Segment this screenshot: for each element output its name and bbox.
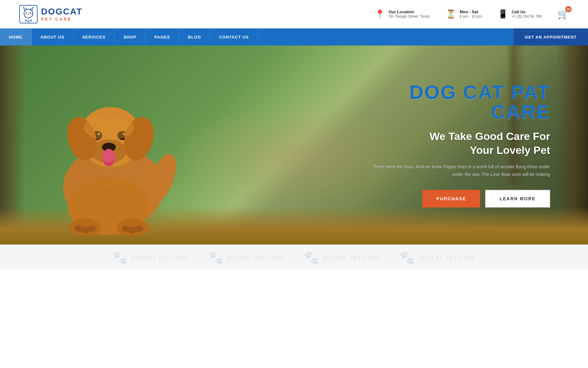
- strip-text-3: DOGCAT PET CARE: [322, 255, 380, 261]
- nav-shop[interactable]: SHOP: [115, 28, 145, 45]
- strip-text-2: DOGCAT PET CARE: [227, 255, 285, 261]
- strip-item-3: 🐾 DOGCAT PET CARE: [303, 250, 380, 265]
- header-info: 📍 Our Location 50- Design Street, Texas …: [375, 9, 569, 20]
- phone-info: 📱 Call Us +1 (0) 234 56 789: [498, 9, 542, 19]
- svg-point-31: [134, 226, 143, 232]
- cart-button[interactable]: 🛒 10: [557, 9, 569, 20]
- hero-subtitle-line1: We Take Good Care For: [430, 130, 550, 142]
- strip-icon-1: 🐾: [112, 250, 128, 265]
- logo-dogcat-text: DOGCAT: [41, 7, 82, 17]
- phone-label: Call Us: [512, 9, 542, 14]
- strip-item-2: 🐾 DOGCAT PET CARE: [208, 250, 285, 265]
- hero-subtitle-line2: Your Lovely Pet: [470, 144, 550, 156]
- bottom-strip: 🐾 DOGCAT PET CARE 🐾 DOGCAT PET CARE 🐾 DO…: [0, 244, 588, 270]
- dog-svg: [16, 55, 211, 244]
- nav-blog[interactable]: BLOG: [179, 28, 210, 45]
- phone-text-group: Call Us +1 (0) 234 56 789: [512, 9, 542, 19]
- hero-description: Those were the days. And we know Flipper…: [361, 163, 550, 178]
- nav-home[interactable]: HOME: [0, 28, 32, 45]
- cart-badge: 10: [565, 6, 572, 12]
- svg-line-8: [30, 14, 33, 14]
- hero-dog-illustration: [16, 55, 211, 244]
- nav-services[interactable]: SERVICES: [74, 28, 115, 45]
- logo-icon: [19, 5, 38, 24]
- hero-buttons: PURCHASE LEARN MORE: [361, 190, 550, 208]
- hero-section: DOG CAT PAT CARE We Take Good Care For Y…: [0, 45, 588, 244]
- strip-item-4: 🐾 DOGCAT PET CARE: [399, 250, 476, 265]
- phone-icon: 📱: [498, 9, 508, 19]
- svg-point-10: [27, 20, 29, 22]
- hero-content: DOG CAT PAT CARE We Take Good Care For Y…: [361, 82, 550, 208]
- site-header: DOGCAT PET CARE 📍 Our Location 50- Desig…: [0, 0, 588, 28]
- nav-pages[interactable]: PAGES: [145, 28, 179, 45]
- phone-value: +1 (0) 234 56 789: [512, 14, 542, 19]
- location-icon: 📍: [375, 9, 385, 19]
- logo-petcare-text: PET CARE: [41, 17, 82, 21]
- location-text-group: Our Location 50- Design Street, Texas: [389, 9, 430, 19]
- strip-text-4: DOGCAT PET CARE: [418, 255, 476, 261]
- hours-icon: ⏳: [446, 9, 456, 19]
- svg-point-5: [30, 12, 31, 14]
- hours-info: ⏳ Mon - Sat 8 am - 10 pm: [446, 9, 482, 19]
- strip-icon-2: 🐾: [208, 250, 224, 265]
- location-label: Our Location: [389, 9, 430, 14]
- logo-text: DOGCAT PET CARE: [41, 7, 82, 21]
- logo[interactable]: DOGCAT PET CARE: [19, 5, 82, 24]
- learn-more-button[interactable]: LEARN MORE: [485, 190, 550, 208]
- main-navigation: HOME ABOUT US SERVICES SHOP PAGES BLOG C…: [0, 28, 588, 45]
- strip-text-1: DOGCAT PET CARE: [131, 255, 189, 261]
- purchase-button[interactable]: PURCHASE: [422, 190, 480, 208]
- svg-point-34: [103, 150, 115, 162]
- nav-appointment[interactable]: GET AN APPOINTMENT: [514, 28, 588, 45]
- hours-value: 8 am - 10 pm: [460, 14, 482, 19]
- location-value: 50- Design Street, Texas: [389, 14, 430, 19]
- strip-icon-4: 🐾: [399, 250, 415, 265]
- svg-point-1: [24, 9, 33, 18]
- strip-item-1: 🐾 DOGCAT PET CARE: [112, 250, 189, 265]
- nav-contact-us[interactable]: CONTACT US: [210, 28, 258, 45]
- svg-point-9: [25, 20, 27, 21]
- hero-main-title: DOG CAT PAT CARE: [361, 82, 550, 122]
- svg-point-28: [87, 226, 96, 232]
- location-info: 📍 Our Location 50- Design Street, Texas: [375, 9, 430, 19]
- nav-about-us[interactable]: ABOUT US: [32, 28, 74, 45]
- hours-label: Mon - Sat: [460, 9, 482, 14]
- svg-point-22: [84, 115, 134, 140]
- strip-icon-3: 🐾: [303, 250, 319, 265]
- svg-point-11: [30, 20, 32, 21]
- hours-text-group: Mon - Sat 8 am - 10 pm: [460, 9, 482, 19]
- svg-point-6: [28, 14, 29, 15]
- hero-subtitle: We Take Good Care For Your Lovely Pet: [361, 129, 550, 157]
- svg-line-7: [24, 14, 26, 14]
- svg-point-4: [26, 12, 27, 14]
